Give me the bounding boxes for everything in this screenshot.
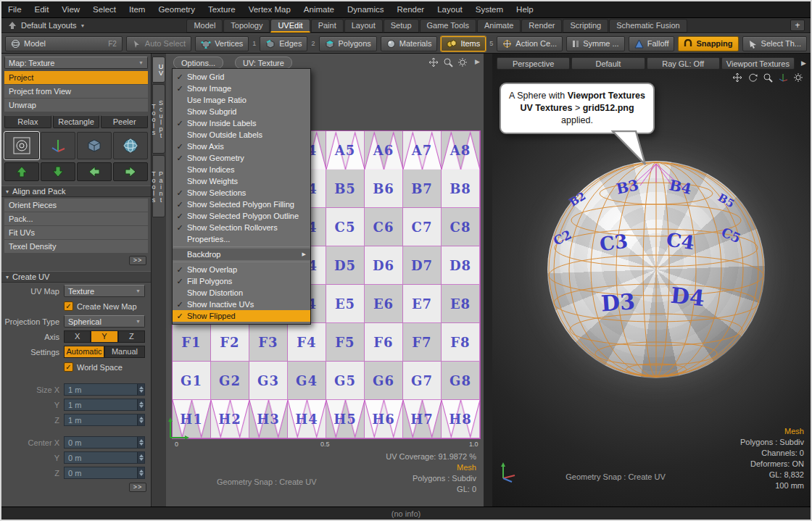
uv-cube-map-icon-button[interactable] [77, 132, 112, 159]
menu-item-show-subgrid[interactable]: Show Subgrid [173, 106, 310, 117]
vertices-button[interactable]: Vertices [195, 36, 249, 51]
menu-item-show-weights[interactable]: Show Weights [173, 175, 310, 187]
symmetry-button[interactable]: Symme ... [566, 36, 625, 51]
spinner-icon[interactable] [137, 437, 144, 448]
zoom-icon[interactable] [443, 57, 453, 67]
menu-item-show-flipped[interactable]: ✓Show Flipped [173, 310, 310, 322]
uv-sphere-map-icon-button[interactable] [113, 132, 148, 159]
relax-button[interactable]: Relax [4, 115, 51, 128]
menu-animate[interactable]: Animate [297, 1, 341, 17]
menu-item-show-grid[interactable]: ✓Show Grid [173, 71, 310, 83]
uv-texture-button[interactable]: UV: Texture [235, 57, 292, 69]
menu-vertex-map[interactable]: Vertex Map [242, 1, 297, 17]
menu-item-show-overlap[interactable]: ✓Show Overlap [173, 264, 310, 275]
center-field-center-x[interactable]: 0 m [64, 436, 145, 449]
menu-item-show-indices[interactable]: Show Indices [173, 164, 310, 175]
viewport-expand-arrow-icon[interactable]: ▶ [801, 59, 806, 67]
side-tab-sculpt-tools[interactable]: Sculpt Tools [152, 84, 165, 154]
settings-automatic-option[interactable]: Automatic [64, 346, 104, 358]
move-right-button[interactable] [113, 162, 148, 181]
tab-game-tools[interactable]: Game Tools [420, 19, 477, 33]
add-layout-button[interactable]: + [790, 20, 805, 31]
axis-z-option[interactable]: Z [118, 330, 145, 343]
settings-gear-icon[interactable] [793, 72, 803, 83]
move-down-button[interactable] [41, 162, 75, 181]
menu-item-show-image[interactable]: ✓Show Image [173, 83, 310, 94]
rotate-icon[interactable] [747, 72, 758, 83]
axis-x-option[interactable]: X [64, 330, 91, 343]
menu-texture[interactable]: Texture [202, 1, 242, 17]
tab-layout[interactable]: Layout [344, 19, 383, 33]
create-uv-header[interactable]: ▾ Create UV [1, 271, 151, 283]
menu-item-use-image-ratio[interactable]: Use Image Ratio [173, 94, 310, 106]
uv-projection-tool-icon-button[interactable] [4, 132, 39, 159]
map-texture-dropdown[interactable]: Map: Texture ▼ [4, 57, 148, 69]
snapping-button[interactable]: Snapping [678, 36, 738, 51]
create-uv-more-button[interactable]: >> [129, 483, 146, 492]
tab-paint[interactable]: Paint [311, 19, 344, 33]
align-item-pack[interactable]: Pack... [4, 212, 148, 225]
project-item-project-from-view[interactable]: Project from View [4, 85, 148, 98]
side-tab-paint-tools[interactable]: Paint Tools [152, 155, 165, 217]
select-through-button[interactable]: Select Th... [742, 36, 807, 51]
menu-item-show-axis[interactable]: ✓Show Axis [173, 141, 310, 152]
options-button[interactable]: Options... [173, 57, 223, 69]
menu-render[interactable]: Render [390, 1, 431, 17]
tab-uvedit[interactable]: UVEdit [270, 19, 310, 33]
menu-file[interactable]: File [1, 1, 28, 17]
menu-dynamics[interactable]: Dynamics [341, 1, 390, 17]
menu-item-properties[interactable]: Properties... [173, 233, 310, 245]
menu-system[interactable]: System [469, 1, 510, 17]
size-field-z[interactable]: 1 m [64, 414, 145, 426]
viewport-mode-viewport-textures[interactable]: Viewport Textures [721, 57, 795, 70]
menu-item-show-inside-labels[interactable]: ✓Show Inside Labels [173, 117, 310, 129]
spinner-icon[interactable] [137, 384, 144, 395]
gizmo-icon[interactable] [778, 72, 788, 83]
pan-icon[interactable] [428, 57, 439, 67]
viewport-mode-default[interactable]: Default [571, 57, 645, 70]
move-up-button[interactable] [4, 162, 39, 181]
panel-splitter[interactable] [484, 54, 492, 507]
align-item-orient-pieces[interactable]: Orient Pieces [4, 199, 148, 212]
size-field-y[interactable]: 1 m [64, 399, 145, 411]
menu-help[interactable]: Help [510, 1, 540, 17]
menu-view[interactable]: View [55, 1, 86, 17]
settings-gear-icon[interactable] [457, 57, 468, 67]
align-item-texel-density[interactable]: Texel Density [4, 240, 148, 253]
menu-item-show-distortion[interactable]: Show Distortion [173, 287, 310, 299]
rectangle-button[interactable]: Rectangle [53, 115, 100, 128]
menu-item[interactable]: Item [123, 1, 152, 17]
pan-icon[interactable] [732, 72, 742, 83]
materials-button[interactable]: Materials [381, 36, 438, 51]
action-center-button[interactable]: Action Ce... [497, 36, 563, 51]
menu-item-show-inactive-uvs[interactable]: ✓Show Inactive UVs [173, 299, 310, 310]
uv-map-dropdown[interactable]: Texture ▼ [64, 285, 145, 297]
3d-viewport[interactable]: PerspectiveDefaultRay GL: OffViewport Te… [492, 54, 811, 507]
menu-item-show-outside-labels[interactable]: Show Outside Labels [173, 129, 310, 141]
align-item-fit-uvs[interactable]: Fit UVs [4, 226, 148, 239]
side-tab-uv[interactable]: UV [152, 57, 165, 83]
peeler-button[interactable]: Peeler [101, 115, 148, 128]
tab-render[interactable]: Render [521, 19, 562, 33]
center-field-z[interactable]: 0 m [64, 467, 145, 479]
menu-layout[interactable]: Layout [431, 1, 469, 17]
menu-item-show-selected-polygon-filling[interactable]: ✓Show Selected Polygon Filling [173, 199, 310, 210]
zoom-icon[interactable] [763, 72, 773, 83]
tab-setup[interactable]: Setup [384, 19, 419, 33]
spinner-icon[interactable] [137, 399, 144, 410]
create-new-map-checkbox[interactable]: ✓ Create New Map [64, 301, 145, 311]
project-item-unwrap[interactable]: Unwrap [4, 99, 148, 112]
tab-model[interactable]: Model [186, 19, 223, 33]
uv-transform-tool-icon-button[interactable] [41, 132, 75, 159]
size-field-size-x[interactable]: 1 m [64, 383, 145, 396]
edges-button[interactable]: Edges [260, 36, 307, 51]
align-pack-header[interactable]: ▾ Align and Pack [1, 186, 151, 197]
menu-item-show-selection-rollovers[interactable]: ✓Show Selection Rollovers [173, 222, 310, 233]
panel-expand-arrow-icon[interactable]: ▶ [475, 58, 480, 65]
textured-sphere[interactable]: B2B3B4B5C2C3C4C5D3D4 [547, 161, 765, 378]
menu-geometry[interactable]: Geometry [152, 1, 202, 17]
layouts-icon[interactable] [7, 20, 17, 30]
menu-edit[interactable]: Edit [28, 1, 56, 17]
uv-editor[interactable]: Options... UV: Texture ▶ [166, 54, 484, 507]
polygons-button[interactable]: Polygons [319, 36, 377, 51]
